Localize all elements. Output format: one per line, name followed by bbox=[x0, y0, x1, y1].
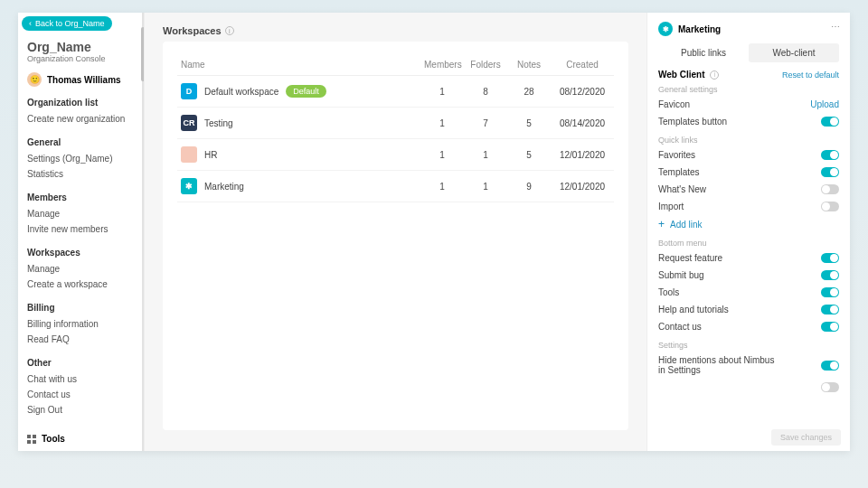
sidebar-item[interactable]: Contact us bbox=[27, 387, 135, 402]
setting-label: Favorites bbox=[658, 150, 695, 160]
setting-row: Contact us bbox=[658, 318, 839, 335]
grid-icon bbox=[27, 435, 36, 444]
sidebar-item[interactable]: Settings (Org_Name) bbox=[27, 151, 135, 166]
setting-row: Tools bbox=[658, 284, 839, 301]
tab[interactable]: Web-client bbox=[749, 43, 839, 62]
table-row[interactable]: CR Testing 17508/14/2020 bbox=[177, 108, 614, 139]
settings-group-heading: Quick links bbox=[658, 136, 839, 145]
toggle[interactable] bbox=[821, 382, 839, 392]
toggle[interactable] bbox=[821, 150, 839, 160]
cell-members: 1 bbox=[420, 139, 464, 171]
sidebar-item[interactable]: Manage bbox=[27, 261, 135, 277]
workspace-icon: D bbox=[181, 83, 197, 99]
plus-icon: + bbox=[658, 219, 665, 230]
workspace-icon: ✱ bbox=[658, 22, 673, 36]
default-badge: Default bbox=[286, 85, 326, 98]
panel-title: Marketing bbox=[678, 24, 721, 34]
cell-folders: 1 bbox=[464, 139, 507, 171]
tab[interactable]: Public links bbox=[658, 43, 749, 62]
workspace-name: Testing bbox=[204, 118, 233, 128]
tools-heading: Tools bbox=[27, 434, 135, 444]
cell-members: 1 bbox=[420, 108, 464, 139]
setting-label: Templates bbox=[658, 167, 700, 177]
setting-label: Request feature bbox=[658, 253, 722, 263]
back-button[interactable]: ‹ Back to Org_Name bbox=[22, 16, 112, 31]
toggle[interactable] bbox=[821, 287, 839, 297]
column-header: Notes bbox=[507, 54, 551, 76]
svg-rect-3 bbox=[33, 440, 36, 444]
setting-label: Help and tutorials bbox=[658, 305, 729, 314]
setting-label: Hide mentions about Nimbus in Settings bbox=[658, 355, 776, 375]
more-menu-icon[interactable]: ⋯ bbox=[831, 22, 841, 32]
setting-row: FaviconUpload bbox=[658, 96, 839, 113]
current-user[interactable]: 🙂 Thomas Williams bbox=[27, 72, 135, 87]
cell-members: 1 bbox=[420, 171, 464, 202]
setting-row: Submit bug bbox=[658, 267, 839, 284]
toggle[interactable] bbox=[821, 117, 839, 127]
org-name: Org_Name bbox=[27, 40, 135, 54]
toggle[interactable] bbox=[821, 167, 839, 177]
tools-label: Tools bbox=[42, 434, 65, 444]
setting-row: What's New bbox=[658, 181, 839, 198]
settings-group-heading: Settings bbox=[658, 341, 839, 350]
info-icon[interactable]: i bbox=[710, 70, 719, 80]
toggle[interactable] bbox=[821, 202, 839, 211]
sidebar-item[interactable]: Create new organization bbox=[27, 111, 135, 127]
web-client-heading: Web Client bbox=[658, 70, 704, 80]
setting-row: Import bbox=[658, 198, 839, 215]
back-label: Back to Org_Name bbox=[35, 19, 105, 28]
table-row[interactable]: ✱ Marketing 11912/01/2020 bbox=[177, 171, 614, 202]
svg-rect-0 bbox=[27, 435, 31, 438]
sidebar-item[interactable]: Invite new members bbox=[27, 221, 135, 237]
info-icon[interactable]: i bbox=[225, 26, 234, 35]
toggle[interactable] bbox=[821, 253, 839, 263]
cell-folders: 1 bbox=[464, 171, 507, 202]
sidebar-item[interactable]: Billing information bbox=[27, 316, 135, 332]
workspaces-table: NameMembersFoldersNotesCreated D Default… bbox=[177, 54, 614, 202]
column-header: Folders bbox=[464, 54, 507, 76]
cell-folders: 8 bbox=[464, 76, 507, 108]
toggle[interactable] bbox=[821, 322, 839, 332]
scrollbar-thumb[interactable] bbox=[141, 27, 145, 81]
toggle[interactable] bbox=[821, 184, 839, 194]
sidebar-item[interactable]: Statistics bbox=[27, 166, 135, 182]
sidebar-item[interactable]: Manage bbox=[27, 206, 135, 221]
sidebar-item[interactable]: Sign Out bbox=[27, 402, 135, 418]
sidebar-section-head: Organization list bbox=[27, 98, 135, 108]
cell-created: 08/12/2020 bbox=[551, 76, 614, 108]
workspace-name: HR bbox=[204, 150, 217, 160]
toggle[interactable] bbox=[821, 361, 839, 371]
sidebar-item[interactable]: Read FAQ bbox=[27, 332, 135, 347]
sidebar-item[interactable]: Create a workspace bbox=[27, 277, 135, 292]
workspace-icon: ✱ bbox=[181, 178, 197, 194]
table-row[interactable]: D Default workspace Default 182808/12/20… bbox=[177, 76, 614, 108]
reset-to-default-link[interactable]: Reset to default bbox=[782, 70, 839, 80]
sidebar-section-head: Billing bbox=[27, 303, 135, 313]
column-header: Created bbox=[551, 54, 614, 76]
setting-row: Help and tutorials bbox=[658, 301, 839, 318]
org-subtitle: Organization Console bbox=[27, 54, 135, 63]
setting-label: Submit bug bbox=[658, 270, 704, 280]
sidebar-item[interactable]: Chat with us bbox=[27, 371, 135, 387]
settings-group-heading: General settings bbox=[658, 85, 839, 94]
setting-label: Favicon bbox=[658, 99, 690, 109]
setting-label: Import bbox=[658, 202, 684, 211]
sidebar-section-head: Other bbox=[27, 358, 135, 368]
avatar: 🙂 bbox=[27, 72, 42, 87]
upload-link[interactable]: Upload bbox=[810, 99, 839, 109]
settings-group-heading: Bottom menu bbox=[658, 239, 839, 248]
setting-row: Templates button bbox=[658, 113, 839, 130]
add-link-button[interactable]: +Add link bbox=[658, 215, 839, 233]
cell-created: 12/01/2020 bbox=[551, 139, 614, 171]
cell-notes: 28 bbox=[507, 76, 551, 108]
cell-created: 12/01/2020 bbox=[551, 171, 614, 202]
cell-folders: 7 bbox=[464, 108, 507, 139]
table-row[interactable]: HR 11512/01/2020 bbox=[177, 139, 614, 171]
setting-row: Templates bbox=[658, 164, 839, 181]
save-changes-button[interactable]: Save changes bbox=[771, 429, 841, 446]
toggle[interactable] bbox=[821, 305, 839, 314]
sidebar-section-head: General bbox=[27, 137, 135, 147]
column-header: Members bbox=[420, 54, 464, 76]
setting-row: Favorites bbox=[658, 146, 839, 164]
toggle[interactable] bbox=[821, 270, 839, 280]
